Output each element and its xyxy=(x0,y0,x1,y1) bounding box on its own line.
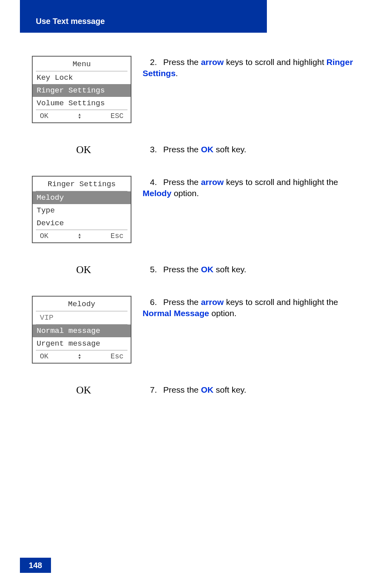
hl-ok: OK xyxy=(201,385,214,394)
screen-ringer-title: Ringer Settings xyxy=(36,177,127,191)
melody-item-urgent: Urgent message xyxy=(33,337,131,350)
step-6-num: 6. xyxy=(143,297,157,308)
content-area: Menu Key Lock Ringer Settings Volume Set… xyxy=(32,56,362,416)
hl-arrow: arrow xyxy=(201,177,223,187)
screen-melody: Melody VIP Normal message Urgent message… xyxy=(32,296,131,364)
step-5-row: OK 5. Press the OK soft key. xyxy=(32,263,362,276)
screen-melody-items: Normal message Urgent message xyxy=(33,324,131,350)
step-3-body: Press the OK soft key. xyxy=(163,145,247,154)
screen-ringer: Ringer Settings Melody Type Device OK Es… xyxy=(32,176,131,243)
screen-menu-wrap: Menu Key Lock Ringer Settings Volume Set… xyxy=(32,56,135,123)
step-5-body: Press the OK soft key. xyxy=(163,265,247,274)
hl-arrow: arrow xyxy=(201,297,223,307)
softkey-esc: Esc xyxy=(111,352,123,360)
step-3-text: 3. Press the OK soft key. xyxy=(135,143,362,155)
step-7-body: Press the OK soft key. xyxy=(163,385,247,394)
ok-label-3: OK xyxy=(32,143,135,156)
step-4-row: Ringer Settings Melody Type Device OK Es… xyxy=(32,176,362,243)
step-7-row: OK 7. Press the OK soft key. xyxy=(32,383,362,396)
melody-item-vip: VIP xyxy=(36,311,127,324)
screen-ringer-items: Melody Type Device xyxy=(33,191,131,230)
step-6-body: Press the arrow keys to scroll and highl… xyxy=(143,297,338,318)
page-header: Use Text message xyxy=(20,0,267,33)
screen-menu-items: Key Lock Ringer Settings Volume Settings xyxy=(33,71,131,110)
screen-menu-title: Menu xyxy=(36,57,127,71)
ok-label-7: OK xyxy=(32,383,135,396)
step-2-row: Menu Key Lock Ringer Settings Volume Set… xyxy=(32,56,362,123)
screen-ringer-wrap: Ringer Settings Melody Type Device OK Es… xyxy=(32,176,135,243)
page-number: 148 xyxy=(20,558,51,573)
softkey-ok: OK xyxy=(40,352,49,360)
step-2-text: 2. Press the arrow keys to scroll and hi… xyxy=(135,56,362,79)
step-4-num: 4. xyxy=(143,177,157,188)
step-5-text: 5. Press the OK soft key. xyxy=(135,263,362,275)
screen-melody-wrap: Melody VIP Normal message Urgent message… xyxy=(32,296,135,364)
page-header-title: Use Text message xyxy=(36,17,105,26)
step-4-body: Press the arrow keys to scroll and highl… xyxy=(143,177,338,198)
ok-label-5: OK xyxy=(32,263,135,276)
menu-item-ringer-settings: Ringer Settings xyxy=(33,84,131,97)
hl-arrow: arrow xyxy=(201,57,223,67)
step-6-text: 6. Press the arrow keys to scroll and hi… xyxy=(135,296,362,319)
step-2-num: 2. xyxy=(143,57,157,68)
ringer-item-type: Type xyxy=(33,204,131,217)
step-6-row: Melody VIP Normal message Urgent message… xyxy=(32,296,362,364)
step-4-text: 4. Press the arrow keys to scroll and hi… xyxy=(135,176,362,199)
step-3-num: 3. xyxy=(143,144,157,155)
softkey-ok: OK xyxy=(40,112,49,120)
screen-melody-foot: OK Esc xyxy=(36,350,127,363)
updown-arrow-icon xyxy=(78,233,81,240)
melody-item-normal: Normal message xyxy=(33,324,131,337)
step-3-row: OK 3. Press the OK soft key. xyxy=(32,143,362,156)
step-7-num: 7. xyxy=(143,384,157,395)
step-2-body: Press the arrow keys to scroll and highl… xyxy=(143,57,353,78)
hl-ok: OK xyxy=(201,145,214,154)
step-7-text: 7. Press the OK soft key. xyxy=(135,383,362,395)
updown-arrow-icon xyxy=(78,113,81,120)
softkey-ok: OK xyxy=(40,232,49,240)
screen-menu-foot: OK ESC xyxy=(36,110,127,122)
menu-item-key-lock: Key Lock xyxy=(33,71,131,84)
screen-ringer-foot: OK Esc xyxy=(36,230,127,242)
updown-arrow-icon xyxy=(78,353,81,360)
screen-melody-title: Melody xyxy=(36,297,127,311)
menu-item-volume-settings: Volume Settings xyxy=(33,97,131,110)
ringer-item-device: Device xyxy=(33,217,131,230)
hl-melody: Melody xyxy=(143,189,171,198)
softkey-esc: ESC xyxy=(111,112,123,120)
hl-ok: OK xyxy=(201,265,214,274)
screen-menu: Menu Key Lock Ringer Settings Volume Set… xyxy=(32,56,131,123)
hl-normal-message: Normal Message xyxy=(143,309,209,318)
step-5-num: 5. xyxy=(143,264,157,275)
ringer-item-melody: Melody xyxy=(33,191,131,204)
softkey-esc: Esc xyxy=(111,232,123,240)
